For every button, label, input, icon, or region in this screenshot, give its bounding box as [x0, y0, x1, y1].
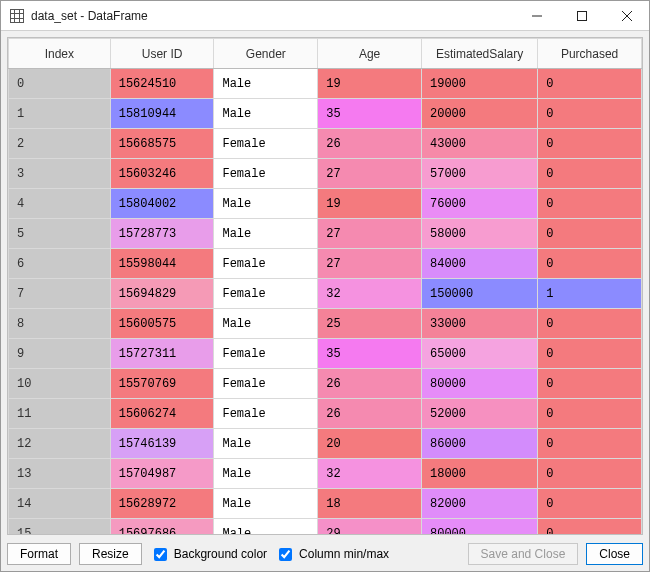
cell-index[interactable]: 11 [9, 399, 111, 429]
cell-age[interactable]: 20 [318, 429, 422, 459]
cell-age[interactable]: 35 [318, 339, 422, 369]
cell-salary[interactable]: 80000 [421, 519, 537, 535]
cell-gender[interactable]: Female [214, 129, 318, 159]
table-row[interactable]: 815600575Male25330000 [9, 309, 642, 339]
cell-salary[interactable]: 84000 [421, 249, 537, 279]
table-row[interactable]: 1315704987Male32180000 [9, 459, 642, 489]
cell-salary[interactable]: 43000 [421, 129, 537, 159]
cell-salary[interactable]: 33000 [421, 309, 537, 339]
col-userid[interactable]: User ID [110, 39, 214, 69]
close-window-button[interactable] [604, 1, 649, 31]
cell-purchased[interactable]: 0 [538, 69, 642, 99]
cell-age[interactable]: 19 [318, 69, 422, 99]
cell-gender[interactable]: Female [214, 279, 318, 309]
table-row[interactable]: 915727311Female35650000 [9, 339, 642, 369]
cell-index[interactable]: 15 [9, 519, 111, 535]
cell-index[interactable]: 3 [9, 159, 111, 189]
cell-index[interactable]: 7 [9, 279, 111, 309]
cell-age[interactable]: 35 [318, 99, 422, 129]
cell-age[interactable]: 27 [318, 159, 422, 189]
cell-index[interactable]: 5 [9, 219, 111, 249]
cell-age[interactable]: 29 [318, 519, 422, 535]
cell-purchased[interactable]: 0 [538, 519, 642, 535]
format-button[interactable]: Format [7, 543, 71, 565]
table-row[interactable]: 215668575Female26430000 [9, 129, 642, 159]
cell-gender[interactable]: Female [214, 249, 318, 279]
cell-purchased[interactable]: 1 [538, 279, 642, 309]
cell-index[interactable]: 1 [9, 99, 111, 129]
cell-salary[interactable]: 80000 [421, 369, 537, 399]
cell-gender[interactable]: Male [214, 489, 318, 519]
cell-purchased[interactable]: 0 [538, 99, 642, 129]
cell-index[interactable]: 4 [9, 189, 111, 219]
col-index[interactable]: Index [9, 39, 111, 69]
minimize-button[interactable] [514, 1, 559, 31]
cell-gender[interactable]: Male [214, 429, 318, 459]
cell-userid[interactable]: 15570769 [110, 369, 214, 399]
cell-index[interactable]: 14 [9, 489, 111, 519]
cell-gender[interactable]: Female [214, 369, 318, 399]
cell-index[interactable]: 6 [9, 249, 111, 279]
table-row[interactable]: 015624510Male19190000 [9, 69, 642, 99]
cell-gender[interactable]: Male [214, 309, 318, 339]
cell-purchased[interactable]: 0 [538, 459, 642, 489]
cell-index[interactable]: 8 [9, 309, 111, 339]
cell-index[interactable]: 0 [9, 69, 111, 99]
cell-salary[interactable]: 18000 [421, 459, 537, 489]
cell-gender[interactable]: Male [214, 69, 318, 99]
cell-purchased[interactable]: 0 [538, 399, 642, 429]
cell-purchased[interactable]: 0 [538, 489, 642, 519]
table-row[interactable]: 115810944Male35200000 [9, 99, 642, 129]
cell-userid[interactable]: 15704987 [110, 459, 214, 489]
table-row[interactable]: 1015570769Female26800000 [9, 369, 642, 399]
cell-index[interactable]: 13 [9, 459, 111, 489]
cell-age[interactable]: 27 [318, 219, 422, 249]
close-button[interactable]: Close [586, 543, 643, 565]
cell-age[interactable]: 26 [318, 129, 422, 159]
cell-age[interactable]: 19 [318, 189, 422, 219]
table-row[interactable]: 1215746139Male20860000 [9, 429, 642, 459]
cell-purchased[interactable]: 0 [538, 129, 642, 159]
cell-userid[interactable]: 15746139 [110, 429, 214, 459]
cell-purchased[interactable]: 0 [538, 159, 642, 189]
cell-userid[interactable]: 15728773 [110, 219, 214, 249]
col-salary[interactable]: EstimatedSalary [421, 39, 537, 69]
cell-index[interactable]: 2 [9, 129, 111, 159]
cell-salary[interactable]: 150000 [421, 279, 537, 309]
background-color-checkbox-input[interactable] [154, 548, 167, 561]
cell-salary[interactable]: 82000 [421, 489, 537, 519]
cell-gender[interactable]: Male [214, 459, 318, 489]
cell-salary[interactable]: 57000 [421, 159, 537, 189]
cell-userid[interactable]: 15600575 [110, 309, 214, 339]
cell-salary[interactable]: 76000 [421, 189, 537, 219]
cell-index[interactable]: 10 [9, 369, 111, 399]
cell-userid[interactable]: 15606274 [110, 399, 214, 429]
cell-gender[interactable]: Female [214, 399, 318, 429]
col-age[interactable]: Age [318, 39, 422, 69]
cell-purchased[interactable]: 0 [538, 369, 642, 399]
cell-userid[interactable]: 15810944 [110, 99, 214, 129]
cell-purchased[interactable]: 0 [538, 189, 642, 219]
cell-userid[interactable]: 15727311 [110, 339, 214, 369]
cell-userid[interactable]: 15624510 [110, 69, 214, 99]
cell-gender[interactable]: Male [214, 219, 318, 249]
maximize-button[interactable] [559, 1, 604, 31]
cell-userid[interactable]: 15804002 [110, 189, 214, 219]
cell-userid[interactable]: 15697686 [110, 519, 214, 535]
cell-salary[interactable]: 52000 [421, 399, 537, 429]
table-row[interactable]: 315603246Female27570000 [9, 159, 642, 189]
table-row[interactable]: 715694829Female321500001 [9, 279, 642, 309]
col-gender[interactable]: Gender [214, 39, 318, 69]
cell-index[interactable]: 9 [9, 339, 111, 369]
cell-age[interactable]: 26 [318, 399, 422, 429]
table-row[interactable]: 515728773Male27580000 [9, 219, 642, 249]
col-purchased[interactable]: Purchased [538, 39, 642, 69]
table-row[interactable]: 615598044Female27840000 [9, 249, 642, 279]
column-minmax-checkbox-input[interactable] [279, 548, 292, 561]
cell-index[interactable]: 12 [9, 429, 111, 459]
cell-purchased[interactable]: 0 [538, 309, 642, 339]
cell-salary[interactable]: 20000 [421, 99, 537, 129]
cell-purchased[interactable]: 0 [538, 219, 642, 249]
column-minmax-checkbox[interactable]: Column min/max [275, 545, 389, 564]
table-row[interactable]: 415804002Male19760000 [9, 189, 642, 219]
